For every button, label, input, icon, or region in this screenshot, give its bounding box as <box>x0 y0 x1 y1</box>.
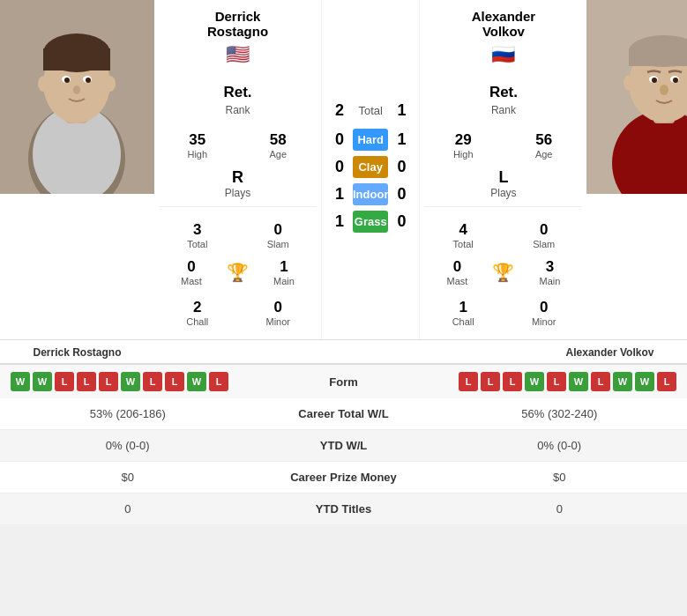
h2h-clay-btn[interactable]: Clay <box>353 156 388 178</box>
svg-point-9 <box>64 78 70 83</box>
stat-right-val: 0% (0-0) <box>432 430 688 462</box>
right-high-label: High <box>426 149 500 160</box>
right-chall-grid: 1 Chall 0 Minor <box>424 295 582 330</box>
right-photo-label: Alexander Volkov <box>533 340 687 363</box>
h2h-grass-btn[interactable]: Grass <box>353 211 388 233</box>
left-plays-cell: R Plays <box>159 168 317 199</box>
right-high-value: 29 <box>426 131 500 149</box>
h2h-clay-left: 0 <box>326 158 353 176</box>
h2h-grass-right: 0 <box>388 212 414 231</box>
left-mast-label: Mast <box>181 276 202 286</box>
left-plays-row: R Plays <box>159 168 317 199</box>
svg-point-10 <box>86 78 91 83</box>
h2h-indoor-right: 0 <box>388 185 414 204</box>
left-form-badges: WWLLLWLLWL <box>11 372 300 391</box>
right-rank-box: Ret. Rank <box>424 80 582 121</box>
right-stats-grid: 29 High 56 Age <box>424 128 582 163</box>
form-badge-left: L <box>209 372 228 391</box>
stat-mid-label: Career Prize Money <box>256 462 432 494</box>
right-form-badges: LLLWLWLWWL <box>388 372 677 391</box>
left-total-label: Total <box>161 239 235 249</box>
left-minor-cell: 0 Minor <box>240 295 317 330</box>
left-age-value: 58 <box>242 131 316 149</box>
right-age-cell: 56 Age <box>505 128 583 163</box>
right-total-cell: 4 Total <box>424 218 502 253</box>
right-high-cell: 29 High <box>424 128 502 163</box>
left-age-cell: 58 Age <box>240 128 317 163</box>
form-badge-left: W <box>11 372 30 391</box>
left-plays-label: Plays <box>159 187 317 199</box>
left-player-flag: 🇺🇸 <box>226 43 250 66</box>
right-total-value: 4 <box>426 221 500 239</box>
right-mast-label: Mast <box>446 276 467 286</box>
stats-row: 53% (206-186)Career Total W/L56% (302-24… <box>0 398 687 430</box>
left-rank-box: Ret. Rank <box>159 80 317 121</box>
h2h-hard-btn[interactable]: Hard <box>353 129 388 151</box>
left-high-cell: 35 High <box>159 128 236 163</box>
right-minor-value: 0 <box>507 299 581 316</box>
left-minor-label: Minor <box>242 316 316 327</box>
left-player-stats: Derrick Rostagno 🇺🇸 Ret. Rank 35 High 58… <box>154 0 322 339</box>
left-stats-grid: 35 High 58 Age <box>159 128 317 163</box>
right-trophy-row: 0 Mast 🏆 3 Main <box>424 253 582 292</box>
left-total-value: 3 <box>161 221 235 239</box>
svg-rect-17 <box>639 132 687 194</box>
stats-row: $0Career Prize Money$0 <box>0 462 687 494</box>
right-slam-value: 0 <box>507 221 581 239</box>
left-titles-grid: 3 Total 0 Slam <box>159 218 317 253</box>
right-minor-cell: 0 Minor <box>505 295 583 330</box>
left-chall-value: 2 <box>161 299 235 316</box>
form-badge-right: L <box>503 372 522 391</box>
left-photo-label: Derrick Rostagno <box>0 340 154 363</box>
svg-point-25 <box>673 78 678 83</box>
left-high-value: 35 <box>161 131 235 149</box>
stat-mid-label: YTD W/L <box>256 430 432 462</box>
h2h-total-row: 2 Total 1 <box>326 101 414 120</box>
career-stats-table: 53% (206-186)Career Total W/L56% (302-24… <box>0 398 687 525</box>
form-badge-right: L <box>547 372 566 391</box>
left-age-label: Age <box>242 149 316 160</box>
right-chall-cell: 1 Chall <box>424 295 502 330</box>
h2h-indoor-btn[interactable]: Indoor <box>353 183 388 205</box>
right-rank-label: Rank <box>491 104 516 116</box>
right-chall-value: 1 <box>426 299 500 316</box>
left-rank-label: Rank <box>225 104 250 116</box>
form-badge-left: W <box>121 372 140 391</box>
left-player-name: Derrick Rostagno <box>207 9 268 39</box>
right-mast-cell: 0 Mast <box>444 255 469 290</box>
svg-rect-6 <box>43 48 110 71</box>
stat-right-val: 0 <box>432 494 688 525</box>
right-age-label: Age <box>507 149 581 160</box>
right-slam-cell: 0 Slam <box>505 218 583 253</box>
left-main-value: 1 <box>273 258 295 276</box>
svg-rect-21 <box>629 48 687 66</box>
left-slam-value: 0 <box>242 221 316 239</box>
form-badge-right: W <box>635 372 654 391</box>
right-slam-label: Slam <box>507 239 581 249</box>
stat-mid-label: Career Total W/L <box>256 398 432 430</box>
stat-left-val: 53% (206-186) <box>0 398 256 430</box>
stat-right-val: 56% (302-240) <box>432 398 688 430</box>
form-badge-left: L <box>77 372 96 391</box>
right-plays-value: L <box>424 168 582 187</box>
h2h-indoor-row: 1 Indoor 0 <box>326 183 414 205</box>
main-container: Derrick Rostagno 🇺🇸 Ret. Rank 35 High 58… <box>0 0 687 525</box>
right-player-flag: 🇷🇺 <box>491 43 515 66</box>
stat-left-val: 0 <box>0 494 256 525</box>
h2h-clay-row: 0 Clay 0 <box>326 156 414 178</box>
form-badge-right: L <box>657 372 676 391</box>
left-mast-value: 0 <box>181 258 202 276</box>
h2h-hard-left: 0 <box>326 130 353 149</box>
right-player-stats: Alexander Volkov 🇷🇺 Ret. Rank 29 High 56… <box>419 0 586 339</box>
left-main-label: Main <box>273 276 295 286</box>
left-high-label: High <box>161 149 235 160</box>
h2h-indoor-left: 1 <box>326 185 353 204</box>
svg-point-27 <box>624 75 634 91</box>
form-badge-right: W <box>525 372 544 391</box>
labels-spacer <box>154 340 533 363</box>
left-total-cell: 3 Total <box>159 218 236 253</box>
right-player-photo <box>586 0 687 194</box>
right-rank-value: Ret. <box>489 84 518 100</box>
right-age-value: 56 <box>507 131 581 149</box>
form-section: WWLLLWLLWL Form LLLWLWLWWL <box>0 364 687 398</box>
